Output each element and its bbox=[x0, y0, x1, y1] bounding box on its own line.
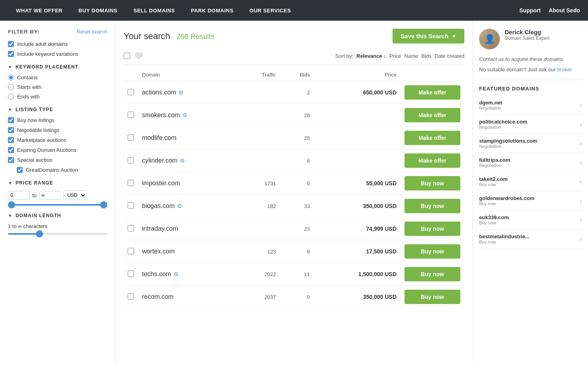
price-value: 1,500,000 USD bbox=[314, 263, 401, 286]
buy-now-listings-checkbox[interactable] bbox=[8, 117, 14, 123]
domain-name: imposter.com bbox=[142, 180, 235, 187]
price-slider-thumb-left[interactable] bbox=[8, 201, 15, 208]
price-range-inputs: to USD EUR GBP bbox=[8, 190, 107, 200]
nav-about-sedo[interactable]: About Sedo bbox=[549, 7, 580, 14]
row-checkbox-6[interactable] bbox=[128, 225, 134, 232]
sort-price[interactable]: Price bbox=[389, 53, 401, 59]
special-auction-checkbox[interactable] bbox=[8, 157, 14, 163]
buy-now-button-5[interactable]: Buy now bbox=[404, 199, 460, 213]
featured-domain-item[interactable]: euk339.com Buy now › bbox=[479, 210, 582, 230]
featured-item-arrow: › bbox=[580, 159, 582, 166]
sort-relevance[interactable]: Relevance ↓ bbox=[357, 53, 386, 59]
currency-select[interactable]: USD EUR GBP bbox=[63, 190, 87, 200]
keyword-placement-section[interactable]: ▼ KEYWORD PLACEMENT bbox=[8, 64, 107, 70]
nav-support[interactable]: Support bbox=[519, 7, 541, 14]
price-max-input[interactable] bbox=[39, 191, 61, 200]
broker-link[interactable]: broker. bbox=[557, 67, 573, 73]
contact-text: Contact us to acquire these domains bbox=[479, 56, 582, 63]
table-header-row: Domain Traffic Bids Price bbox=[124, 69, 464, 81]
featured-domain-item[interactable]: goldenwardrobes.com Buy now › bbox=[479, 191, 582, 210]
negotiable-listings-checkbox[interactable] bbox=[8, 127, 14, 133]
featured-domain-item[interactable]: bestmetalindustrie... Buy now › bbox=[479, 230, 582, 249]
sort-date-created[interactable]: Date created bbox=[435, 53, 464, 59]
listing-type-section[interactable]: ▼ LISTING TYPE bbox=[8, 107, 107, 112]
featured-domain-item[interactable]: takeit2.com Buy now › bbox=[479, 172, 582, 191]
nav-buy-domains[interactable]: BUY DOMAINS bbox=[71, 0, 126, 21]
make-offer-button-0[interactable]: Make offer bbox=[404, 85, 460, 100]
right-panel: 👤 Derick Clegg Domain Sales Expert Conta… bbox=[472, 21, 588, 365]
sort-name[interactable]: Name bbox=[404, 53, 418, 59]
greatdomains-auction-checkbox[interactable] bbox=[17, 167, 23, 173]
bids-value: 11 bbox=[280, 263, 314, 286]
table-row: smokers.com ⚙28Make offer bbox=[124, 104, 464, 127]
make-offer-button-3[interactable]: Make offer bbox=[404, 153, 460, 168]
featured-domain-item[interactable]: politicalchoice.com Negotiation › bbox=[479, 115, 582, 134]
reset-search-link[interactable]: Reset search bbox=[77, 29, 107, 35]
row-checkbox-7[interactable] bbox=[128, 248, 134, 254]
domain-name: techs.com ⚙ bbox=[142, 271, 235, 278]
price-value bbox=[314, 149, 401, 172]
row-checkbox-3[interactable] bbox=[128, 157, 134, 163]
sidebar: FILTER BY: Reset search Include adult do… bbox=[0, 21, 116, 365]
include-adult-domains-checkbox[interactable] bbox=[8, 41, 14, 47]
domain-length-slider[interactable] bbox=[8, 233, 107, 235]
domain-name: biogas.com ⚙ bbox=[142, 202, 235, 210]
row-checkbox-4[interactable] bbox=[128, 180, 134, 186]
greatdomains-auction-label: GreatDomains Auction bbox=[26, 167, 78, 173]
expiring-domain-auctions-checkbox[interactable] bbox=[8, 147, 14, 153]
select-all-checkbox[interactable] bbox=[124, 53, 130, 59]
featured-item-arrow: › bbox=[580, 236, 582, 242]
keyword-startswith-radio[interactable] bbox=[8, 84, 14, 90]
page-body: FILTER BY: Reset search Include adult do… bbox=[0, 21, 588, 365]
row-checkbox-1[interactable] bbox=[128, 112, 134, 118]
nav-what-we-offer[interactable]: WHAT WE OFFER bbox=[8, 0, 71, 21]
price-value: 55,000 USD bbox=[314, 172, 401, 195]
marketplace-auctions-checkbox[interactable] bbox=[8, 137, 14, 143]
buy-now-button-9[interactable]: Buy now bbox=[404, 290, 460, 304]
row-checkbox-2[interactable] bbox=[128, 134, 134, 141]
nav-park-domains[interactable]: PARK DOMAINS bbox=[183, 0, 241, 21]
table-row: biogas.com ⚙18233350,000 USDBuy now bbox=[124, 195, 464, 218]
nav-sell-domains[interactable]: SELL DOMAINS bbox=[125, 0, 183, 21]
favorites-icon[interactable]: 🤍 bbox=[134, 51, 143, 60]
sort-bids[interactable]: Bids bbox=[421, 53, 431, 59]
col-checkbox bbox=[124, 69, 138, 81]
row-checkbox-9[interactable] bbox=[128, 293, 134, 300]
buy-now-button-6[interactable]: Buy now bbox=[404, 222, 460, 236]
domain-length-section[interactable]: ▼ DOMAIN LENGTH bbox=[8, 213, 107, 218]
featured-domain-item[interactable]: fulltrips.com Negotiation › bbox=[479, 153, 582, 172]
keyword-endswith-row: Ends with bbox=[8, 94, 107, 100]
agent-card: 👤 Derick Clegg Domain Sales Expert bbox=[479, 29, 582, 49]
nav-our-services[interactable]: OUR SERVICES bbox=[241, 0, 299, 21]
row-checkbox-8[interactable] bbox=[128, 271, 134, 277]
col-price: Price bbox=[314, 69, 401, 81]
domain-length-slider-thumb[interactable] bbox=[36, 230, 43, 237]
save-search-button[interactable]: Save this Search ▼ bbox=[393, 29, 464, 43]
keyword-contains-label: Contains bbox=[17, 75, 37, 80]
featured-domain-type: Buy now bbox=[479, 220, 509, 225]
make-offer-button-2[interactable]: Make offer bbox=[404, 131, 460, 145]
price-slider-thumb-right[interactable] bbox=[100, 201, 107, 208]
price-value: 350,000 USD bbox=[314, 286, 401, 308]
buy-now-button-4[interactable]: Buy now bbox=[404, 176, 460, 190]
featured-item-arrow: › bbox=[580, 140, 582, 147]
include-keyword-variations-checkbox[interactable] bbox=[8, 51, 14, 57]
save-search-dropdown-arrow: ▼ bbox=[452, 33, 456, 39]
row-checkbox-5[interactable] bbox=[128, 202, 134, 209]
buy-now-button-8[interactable]: Buy now bbox=[404, 267, 460, 281]
keyword-endswith-label: Ends with bbox=[17, 94, 39, 100]
price-min-input[interactable] bbox=[8, 191, 30, 200]
keyword-endswith-radio[interactable] bbox=[8, 94, 14, 100]
featured-domain-item[interactable]: dgem.net Negotiation › bbox=[479, 96, 582, 115]
price-range-section[interactable]: ▼ PRICE RANGE bbox=[8, 180, 107, 186]
filter-header: FILTER BY: Reset search bbox=[8, 29, 107, 35]
make-offer-button-1[interactable]: Make offer bbox=[404, 108, 460, 122]
featured-domain-item[interactable]: stampingsolutions.com Negotiation › bbox=[479, 134, 582, 153]
row-checkbox-0[interactable] bbox=[128, 89, 134, 95]
keyword-contains-radio[interactable] bbox=[8, 75, 14, 80]
bids-value: 0 bbox=[280, 172, 314, 195]
price-range-slider[interactable] bbox=[8, 204, 107, 206]
traffic-value: 2022 bbox=[239, 263, 280, 286]
special-auction-row: Special auction bbox=[8, 157, 107, 163]
buy-now-button-7[interactable]: Buy now bbox=[404, 244, 460, 259]
